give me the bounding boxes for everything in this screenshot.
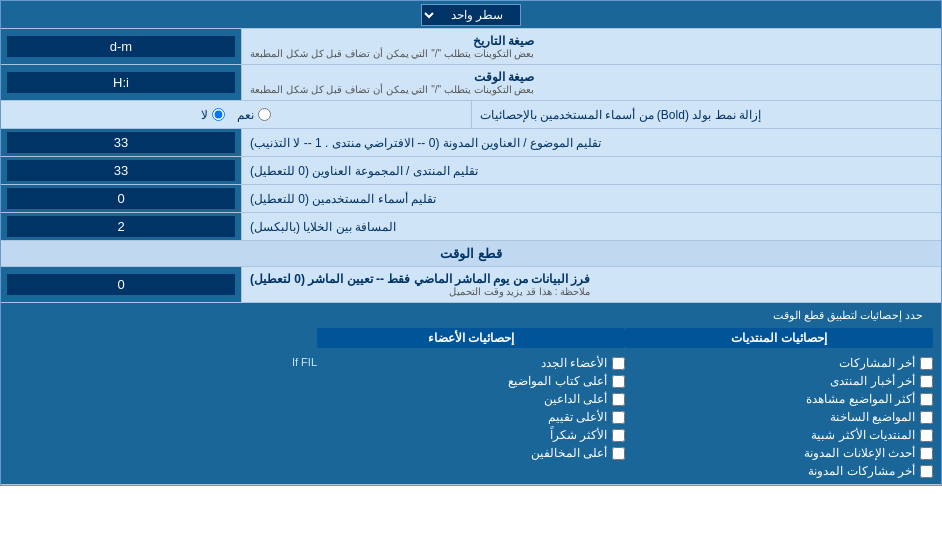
- checkbox-item: أعلى الداعين: [317, 392, 625, 406]
- checkbox-item: أخر مشاركات المدونة: [625, 464, 933, 478]
- cb-col1-6[interactable]: [920, 465, 933, 478]
- cb-col2-4[interactable]: [612, 429, 625, 442]
- main-container: سطر واحد سطرين ثلاثة أسطر صيغة التاريخ ب…: [0, 0, 942, 486]
- header-row: سطر واحد سطرين ثلاثة أسطر: [1, 1, 941, 29]
- space-between-row: المسافة بين الخلايا (بالبكسل): [1, 213, 941, 241]
- cb-col1-1[interactable]: [920, 375, 933, 388]
- cutoff-section-header: قطع الوقت: [1, 241, 941, 267]
- forum-order-input-cell: [1, 157, 241, 184]
- cb-col2-2[interactable]: [612, 393, 625, 406]
- space-between-label: المسافة بين الخلايا (بالبكسل): [241, 213, 941, 240]
- time-format-row: صيغة الوقت بعض التكوينات يتطلب "/" التي …: [1, 65, 941, 101]
- topics-order-label: تقليم الموضوع / العناوين المدونة (0 -- ا…: [241, 129, 941, 156]
- checkbox-item: أحدث الإعلانات المدونة: [625, 446, 933, 460]
- cutoff-label: فرز البيانات من يوم الماشر الماضي فقط --…: [241, 267, 941, 302]
- checkbox-header-row: حدد إحصائيات لتطبيق قطع الوقت: [9, 309, 933, 322]
- users-trim-input-cell: [1, 185, 241, 212]
- cb-col1-3[interactable]: [920, 411, 933, 424]
- checkbox-item: أخر أخبار المنتدى: [625, 374, 933, 388]
- checkbox-item: المواضيع الساخنة: [625, 410, 933, 424]
- col3: - If FIL: [9, 328, 317, 478]
- checkbox-item: الأعلى تقييم: [317, 410, 625, 424]
- date-format-input-cell: [1, 29, 241, 64]
- checkbox-item: أخر المشاركات: [625, 356, 933, 370]
- cb-col2-0[interactable]: [612, 357, 625, 370]
- bold-remove-no-radio[interactable]: [212, 108, 225, 121]
- forum-order-row: تقليم المنتدى / المجموعة العناوين (0 للت…: [1, 157, 941, 185]
- cb-col2-3[interactable]: [612, 411, 625, 424]
- topics-order-input[interactable]: [7, 132, 235, 153]
- checkbox-item: الأعضاء الجدد: [317, 356, 625, 370]
- users-trim-label: تقليم أسماء المستخدمين (0 للتعطيل): [241, 185, 941, 212]
- space-between-input[interactable]: [7, 216, 235, 237]
- checkbox-columns: إحصائيات المنتديات أخر المشاركات أخر أخب…: [9, 328, 933, 478]
- radio-no-group: لا: [201, 108, 225, 122]
- users-trim-input[interactable]: [7, 188, 235, 209]
- bold-remove-row: إزالة نمط بولد (Bold) من أسماء المستخدمي…: [1, 101, 941, 129]
- time-format-label: صيغة الوقت بعض التكوينات يتطلب "/" التي …: [241, 65, 941, 100]
- checkbox-item: أعلى المخالفين: [317, 446, 625, 460]
- checkbox-item: الأكثر شكراً: [317, 428, 625, 442]
- bold-remove-radio-cell: نعم لا: [1, 101, 471, 128]
- radio-yes-group: نعم: [237, 108, 271, 122]
- users-trim-row: تقليم أسماء المستخدمين (0 للتعطيل): [1, 185, 941, 213]
- col2-header: إحصائيات الأعضاء: [317, 328, 625, 348]
- cutoff-input-cell: [1, 267, 241, 302]
- checkbox-item: أكثر المواضيع مشاهدة: [625, 392, 933, 406]
- col2: إحصائيات الأعضاء الأعضاء الجدد أعلى كتاب…: [317, 328, 625, 478]
- cb-col2-1[interactable]: [612, 375, 625, 388]
- cutoff-row: فرز البيانات من يوم الماشر الماضي فقط --…: [1, 267, 941, 303]
- checkbox-section: حدد إحصائيات لتطبيق قطع الوقت إحصائيات ا…: [1, 303, 941, 485]
- col1-header: إحصائيات المنتديات: [625, 328, 933, 348]
- bold-remove-label: إزالة نمط بولد (Bold) من أسماء المستخدمي…: [471, 101, 942, 128]
- time-format-input-cell: [1, 65, 241, 100]
- checkbox-item: المنتديات الأكثر شبية: [625, 428, 933, 442]
- time-format-input[interactable]: [7, 72, 235, 93]
- checkbox-item: أعلى كتاب المواضيع: [317, 374, 625, 388]
- cb-col1-2[interactable]: [920, 393, 933, 406]
- cb-col1-0[interactable]: [920, 357, 933, 370]
- bold-remove-yes-radio[interactable]: [258, 108, 271, 121]
- cutoff-input[interactable]: [7, 274, 235, 295]
- date-format-label: صيغة التاريخ بعض التكوينات يتطلب "/" الت…: [241, 29, 941, 64]
- forum-order-input[interactable]: [7, 160, 235, 181]
- cb-col2-5[interactable]: [612, 447, 625, 460]
- rows-select[interactable]: سطر واحد سطرين ثلاثة أسطر: [421, 4, 521, 26]
- forum-order-label: تقليم المنتدى / المجموعة العناوين (0 للت…: [241, 157, 941, 184]
- cb-col1-5[interactable]: [920, 447, 933, 460]
- topics-order-row: تقليم الموضوع / العناوين المدونة (0 -- ا…: [1, 129, 941, 157]
- date-format-input[interactable]: [7, 36, 235, 57]
- space-between-input-cell: [1, 213, 241, 240]
- col1: إحصائيات المنتديات أخر المشاركات أخر أخب…: [625, 328, 933, 478]
- date-format-row: صيغة التاريخ بعض التكوينات يتطلب "/" الت…: [1, 29, 941, 65]
- col3-if-fil: If FIL: [9, 356, 317, 368]
- topics-order-input-cell: [1, 129, 241, 156]
- cb-col1-4[interactable]: [920, 429, 933, 442]
